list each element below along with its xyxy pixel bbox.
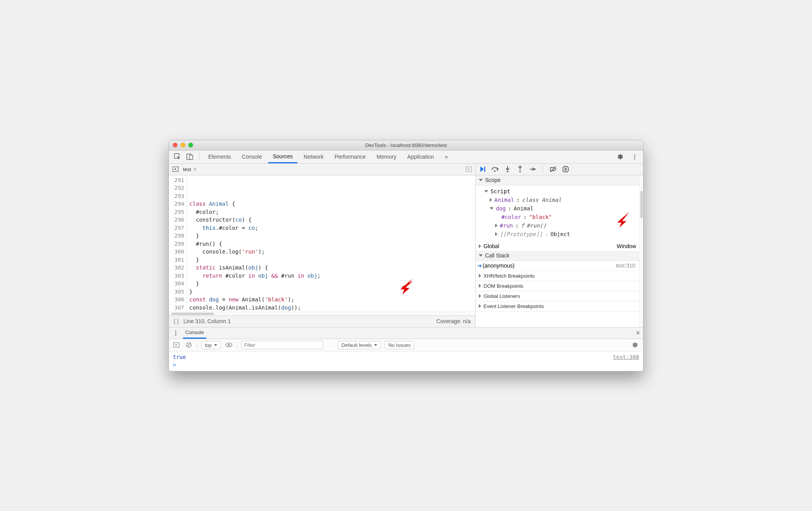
inspect-element-icon[interactable] <box>172 151 183 162</box>
console-message-source[interactable]: test:308 <box>613 354 639 360</box>
settings-gear-icon[interactable] <box>614 151 625 162</box>
chevron-right-icon <box>479 294 481 298</box>
svg-rect-2 <box>190 155 193 159</box>
chevron-right-icon <box>495 232 497 236</box>
show-navigator-icon[interactable] <box>171 164 180 175</box>
chevron-right-icon <box>479 274 481 278</box>
svg-line-16 <box>187 343 190 346</box>
drawer-more-icon[interactable] <box>172 331 179 336</box>
svg-point-9 <box>534 168 536 170</box>
global-listeners-header[interactable]: Global Listeners <box>476 291 639 301</box>
dropdown-icon <box>214 344 217 346</box>
scope-prototype[interactable]: [[Prototype]]: Object <box>479 230 636 238</box>
resume-button[interactable] <box>479 165 487 173</box>
chevron-down-icon <box>479 179 483 181</box>
svg-rect-5 <box>484 166 485 172</box>
device-toolbar-icon[interactable] <box>185 151 195 162</box>
live-expression-icon[interactable] <box>225 340 233 350</box>
step-out-button[interactable] <box>516 165 524 173</box>
console-drawer: Console × top Default levels <box>169 327 643 371</box>
console-message[interactable]: true test:308 <box>173 353 639 361</box>
svg-rect-12 <box>565 168 566 171</box>
chevron-down-icon <box>479 254 483 257</box>
scope-section: Scope Script Animal: class Animal <box>476 175 639 251</box>
dom-breakpoints-header[interactable]: DOM Breakpoints <box>476 281 639 291</box>
console-sidebar-icon[interactable] <box>172 340 181 350</box>
chevron-right-icon <box>495 224 497 228</box>
console-settings-icon[interactable] <box>629 340 640 350</box>
coverage-status: Coverage: n/a <box>436 318 471 324</box>
tab-elements[interactable]: Elements <box>204 150 236 163</box>
close-file-icon[interactable]: × <box>193 166 197 172</box>
step-button[interactable] <box>529 165 536 173</box>
issues-button[interactable]: No Issues <box>385 341 414 349</box>
file-tab-bar: test × <box>169 164 475 175</box>
annotation-arrow-2 <box>614 210 632 231</box>
gutter: 2912922932942952962972982993003013023033… <box>169 175 187 312</box>
svg-point-18 <box>228 344 230 346</box>
code-editor[interactable]: 2912922932942952962972982993003013023033… <box>169 175 475 312</box>
tabs-overflow[interactable]: » <box>440 150 453 163</box>
clear-console-icon[interactable] <box>185 340 193 350</box>
tab-memory[interactable]: Memory <box>372 150 401 163</box>
vertical-scrollbar[interactable] <box>639 175 643 327</box>
chevron-right-icon <box>490 198 492 202</box>
svg-rect-13 <box>566 168 567 171</box>
sources-pane: test × 291292293294295296297298299300301… <box>169 164 476 327</box>
svg-point-7 <box>507 171 508 172</box>
filter-input[interactable] <box>241 341 323 349</box>
chevron-right-icon <box>479 304 481 308</box>
callstack-header[interactable]: Call Stack <box>476 251 639 261</box>
chevron-down-icon <box>484 190 488 192</box>
tab-application[interactable]: Application <box>402 150 439 163</box>
scope-run[interactable]: #run: f #run() <box>479 221 636 230</box>
chevron-down-icon <box>490 207 494 210</box>
console-output: true test:308 > <box>169 352 643 371</box>
console-prompt[interactable]: > <box>173 361 639 369</box>
cursor-position: Line 310, Column 1 <box>183 318 230 324</box>
scope-global[interactable]: Global Window <box>476 242 639 251</box>
current-frame-icon: ➜ <box>477 262 482 269</box>
console-toolbar: top Default levels No Issues <box>169 339 643 352</box>
tab-performance[interactable]: Performance <box>330 150 370 163</box>
debugger-pane: Scope Script Animal: class Animal <box>476 164 643 327</box>
scope-animal[interactable]: Animal: class Animal <box>479 196 636 204</box>
context-selector[interactable]: top <box>201 341 221 349</box>
annotation-arrow-1 <box>358 270 415 306</box>
chevron-right-icon <box>479 284 481 288</box>
callstack-section: Call Stack ➜ (anonymous) test:310 <box>476 251 639 271</box>
file-tab-label: test <box>183 166 191 172</box>
step-over-button[interactable] <box>491 165 499 173</box>
scope-script[interactable]: Script <box>479 187 636 196</box>
xhr-breakpoints-header[interactable]: XHR/fetch Breakpoints <box>476 271 639 281</box>
scope-color[interactable]: #color: "black" <box>479 213 636 221</box>
file-tab-test[interactable]: test × <box>180 163 200 175</box>
callstack-frame[interactable]: ➜ (anonymous) test:310 <box>476 261 639 271</box>
horizontal-scrollbar[interactable] <box>169 312 475 315</box>
titlebar: DevTools - localhost:8080/demo/test <box>169 140 643 150</box>
pretty-print-icon[interactable]: { } <box>174 318 179 324</box>
devtools-window: DevTools - localhost:8080/demo/test Elem… <box>169 140 643 371</box>
levels-selector[interactable]: Default levels <box>338 341 381 349</box>
window-title: DevTools - localhost:8080/demo/test <box>169 142 643 148</box>
tab-network[interactable]: Network <box>299 150 328 163</box>
content-row: test × 291292293294295296297298299300301… <box>169 164 643 327</box>
drawer-tab-console[interactable]: Console <box>183 327 206 339</box>
more-menu-icon[interactable] <box>629 151 640 162</box>
tab-console[interactable]: Console <box>237 150 266 163</box>
scope-dog[interactable]: dog: Animal <box>479 204 636 213</box>
status-bar: { } Line 310, Column 1 Coverage: n/a <box>169 315 475 327</box>
pause-on-exceptions-button[interactable] <box>562 165 569 173</box>
event-listener-breakpoints-header[interactable]: Event Listener Breakpoints <box>476 301 639 312</box>
svg-point-6 <box>494 170 496 172</box>
close-drawer-icon[interactable]: × <box>636 329 640 337</box>
svg-point-8 <box>519 171 521 172</box>
panel-tabs: Elements Console Sources Network Perform… <box>169 150 643 164</box>
scope-header[interactable]: Scope <box>476 175 639 186</box>
deactivate-breakpoints-button[interactable] <box>549 165 557 173</box>
tab-sources[interactable]: Sources <box>268 150 297 163</box>
dropdown-icon <box>374 344 377 346</box>
code-body: class Animal { #color; constructor(co) {… <box>187 175 475 312</box>
show-debugger-icon[interactable] <box>464 164 473 175</box>
step-into-button[interactable] <box>504 165 511 173</box>
